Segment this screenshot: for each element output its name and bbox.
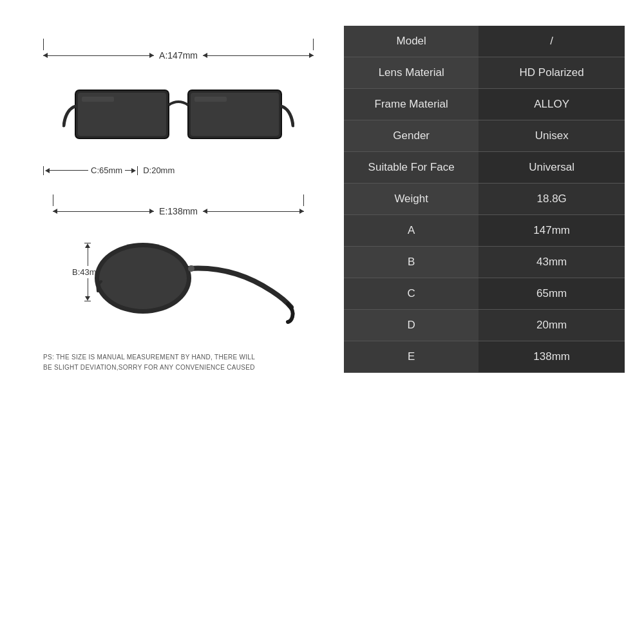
footnote-line1: PS: THE SIZE IS MANUAL MEASUREMENT BY HA… — [43, 352, 314, 363]
spec-value: 43mm — [478, 247, 625, 278]
spec-label: D — [344, 310, 478, 341]
table-row: B43mm — [344, 247, 625, 278]
svg-rect-5 — [194, 97, 227, 102]
table-row: GenderUnisex — [344, 120, 625, 152]
table-row: Model/ — [344, 26, 625, 57]
b-vert-line-bot — [88, 278, 88, 296]
c-line — [50, 170, 88, 171]
b-arrow-up — [85, 243, 90, 248]
svg-point-7 — [99, 247, 187, 309]
spec-label: Gender — [344, 120, 478, 152]
specs-table: Model/Lens MaterialHD PolarizedFrame Mat… — [344, 26, 625, 373]
spec-value: Unisex — [478, 120, 625, 152]
table-row: E138mm — [344, 341, 625, 373]
measurement-a-label: A:147mm — [154, 50, 203, 61]
table-row: Lens MaterialHD Polarized — [344, 57, 625, 89]
spec-value: / — [478, 26, 625, 57]
c-arrow-row: C:65mm — [45, 166, 136, 175]
footnote: PS: THE SIZE IS MANUAL MEASUREMENT BY HA… — [43, 352, 314, 373]
spec-label: Weight — [344, 184, 478, 215]
table-row: A147mm — [344, 215, 625, 247]
spec-label: Model — [344, 26, 478, 57]
spec-value: 18.8G — [478, 184, 625, 215]
spec-value: 147mm — [478, 215, 625, 247]
sg-side-svg — [91, 230, 298, 327]
spec-value: 65mm — [478, 278, 625, 310]
right-panel: Model/Lens MaterialHD PolarizedFrame Mat… — [344, 26, 625, 618]
left-panel: A:147mm — [19, 26, 337, 618]
spec-label: Frame Material — [344, 89, 478, 120]
cd-measurements: C:65mm D:20mm — [43, 166, 314, 175]
footnote-line2: BE SLIGHT DEVIATION,SORRY FOR ANY CONVEN… — [43, 363, 314, 373]
vert-tick-right-top — [313, 39, 314, 50]
spec-label: C — [344, 278, 478, 310]
spec-value: Universal — [478, 152, 625, 184]
spec-label: Lens Material — [344, 57, 478, 89]
b-bottom-tick — [84, 301, 91, 301]
spec-value: ALLOY — [478, 89, 625, 120]
c-arrow-right — [131, 168, 136, 173]
arrow-line-e-left — [53, 211, 154, 212]
arrow-line-e-right — [203, 211, 304, 212]
spec-label: B — [344, 247, 478, 278]
measurement-c-label: C:65mm — [88, 166, 125, 175]
page: A:147mm — [0, 0, 644, 644]
spec-value: 138mm — [478, 341, 625, 373]
c-line-right — [125, 170, 131, 171]
table-row: Frame MaterialALLOY — [344, 89, 625, 120]
table-row: D20mm — [344, 310, 625, 341]
measurement-e-arrow: E:138mm — [53, 206, 304, 216]
arrow-line-a-right — [203, 55, 314, 56]
diagram-top: A:147mm — [43, 39, 314, 64]
sunglasses-front-diagram — [62, 74, 294, 158]
cd-container: C:65mm D:20mm — [43, 166, 175, 175]
spec-value: 20mm — [478, 310, 625, 341]
spec-value: HD Polarized — [478, 57, 625, 89]
spec-label: Suitable For Face — [344, 152, 478, 184]
spec-label: A — [344, 215, 478, 247]
svg-rect-4 — [82, 97, 114, 102]
vert-tick-left-top — [43, 39, 44, 50]
b-vert-line-top — [88, 248, 88, 266]
spec-label: E — [344, 341, 478, 373]
vert-tick-right-e — [303, 194, 304, 206]
c-mid-tick — [137, 166, 138, 175]
table-row: C65mm — [344, 278, 625, 310]
measurement-d-label: D:20mm — [143, 166, 175, 175]
vert-tick-left-e — [53, 194, 53, 206]
svg-point-8 — [188, 265, 194, 272]
measurement-c-row: C:65mm D:20mm — [43, 166, 175, 175]
measurement-e-label: E:138mm — [154, 206, 203, 216]
c-left-tick — [43, 166, 44, 175]
arrow-line-a — [43, 55, 154, 56]
b-arrow-down — [85, 296, 90, 301]
c-arrow-left — [45, 168, 50, 173]
measurement-a-arrow: A:147mm — [43, 50, 314, 61]
table-row: Weight18.8G — [344, 184, 625, 215]
diagram-side: E:138mm B:43mm — [43, 194, 314, 333]
sunglasses-side-diagram: B:43mm — [53, 223, 304, 333]
table-row: Suitable For FaceUniversal — [344, 152, 625, 184]
